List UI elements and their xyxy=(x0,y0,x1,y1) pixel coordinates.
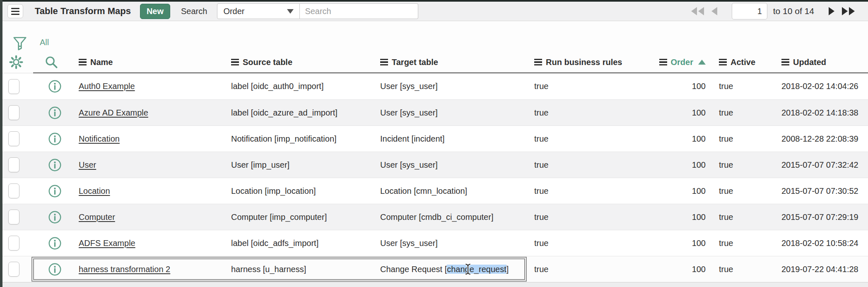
record-name-link[interactable]: Auth0 Example xyxy=(79,82,135,91)
search-field-select[interactable]: Order xyxy=(217,3,300,19)
order-cell[interactable]: 100 xyxy=(645,108,706,118)
source-table-cell[interactable]: Location [imp_location] xyxy=(224,186,374,196)
record-name-link[interactable]: Location xyxy=(79,186,110,195)
active-cell[interactable]: true xyxy=(706,160,768,170)
updated-cell[interactable]: 2018-02-02 14:04:26 xyxy=(768,82,868,91)
source-table-cell[interactable]: User [imp_user] xyxy=(224,160,374,170)
row-checkbox[interactable] xyxy=(8,236,19,251)
column-header-active[interactable]: Active xyxy=(706,58,768,67)
highlighted-text-selection[interactable]: change_request xyxy=(447,265,506,274)
column-header-run-business-rules[interactable]: Run business rules xyxy=(528,58,645,67)
order-cell[interactable]: 100 xyxy=(645,160,706,170)
updated-cell[interactable]: 2018-02-02 14:18:38 xyxy=(768,108,868,118)
active-cell[interactable]: true xyxy=(706,82,768,91)
info-circle-icon[interactable] xyxy=(48,158,62,172)
target-table-cell[interactable]: Change Request [change_request] xyxy=(374,265,528,274)
source-table-cell[interactable]: harness [u_harness] xyxy=(224,265,374,274)
first-page-button[interactable] xyxy=(688,6,708,16)
active-cell[interactable]: true xyxy=(706,108,768,118)
window-top-edge xyxy=(0,0,868,2)
table-row: ADFS Example label [oidc_adfs_import] Us… xyxy=(2,230,868,256)
row-checkbox[interactable] xyxy=(8,157,19,172)
source-table-cell[interactable]: Notification [imp_notification] xyxy=(224,134,374,144)
last-page-button[interactable] xyxy=(838,6,858,16)
filter-breadcrumb-all[interactable]: All xyxy=(40,38,49,47)
source-table-cell[interactable]: label [oidc_auth0_import] xyxy=(224,82,374,91)
run-business-rules-cell[interactable]: true xyxy=(528,212,645,222)
target-table-cell[interactable]: Computer [cmdb_ci_computer] xyxy=(374,212,528,222)
source-table-cell[interactable]: label [oidc_adfs_import] xyxy=(224,239,374,248)
search-input[interactable] xyxy=(300,3,418,19)
previous-page-button[interactable] xyxy=(708,6,721,16)
source-table-cell[interactable]: Computer [imp_computer] xyxy=(224,212,374,222)
info-circle-icon[interactable] xyxy=(48,210,62,224)
current-page-input[interactable] xyxy=(732,3,767,19)
run-business-rules-cell[interactable]: true xyxy=(528,239,645,248)
page-title: Table Transform Maps xyxy=(35,6,131,17)
updated-cell[interactable]: 2019-07-22 04:41:28 xyxy=(768,265,868,274)
target-table-cell[interactable]: User [sys_user] xyxy=(374,82,528,91)
source-table-cell[interactable]: label [oidc_azure_ad_import] xyxy=(224,108,374,118)
run-business-rules-cell[interactable]: true xyxy=(528,160,645,170)
column-header-source-table[interactable]: Source table xyxy=(224,58,374,67)
list-header-bar: Table Transform Maps New Search Order t xyxy=(2,2,868,21)
updated-cell[interactable]: 2015-07-07 07:30:52 xyxy=(768,186,868,196)
column-header-updated[interactable]: Updated xyxy=(768,58,868,67)
order-cell[interactable]: 100 xyxy=(645,265,706,274)
active-cell[interactable]: true xyxy=(706,134,768,144)
info-circle-icon[interactable] xyxy=(48,236,62,250)
active-cell[interactable]: true xyxy=(706,186,768,196)
run-business-rules-cell[interactable]: true xyxy=(528,186,645,196)
run-business-rules-cell[interactable]: true xyxy=(528,134,645,144)
row-checkbox[interactable] xyxy=(8,79,19,94)
funnel-icon[interactable] xyxy=(12,36,27,51)
list-context-menu-button[interactable] xyxy=(7,4,23,18)
target-table-cell[interactable]: User [sys_user] xyxy=(374,160,528,170)
order-cell[interactable]: 100 xyxy=(645,239,706,248)
row-checkbox[interactable] xyxy=(8,183,19,198)
row-checkbox[interactable] xyxy=(8,131,19,146)
row-checkbox[interactable] xyxy=(8,210,19,224)
record-name-link[interactable]: harness transformation 2 xyxy=(79,265,170,274)
info-circle-icon[interactable] xyxy=(48,184,62,198)
personalize-list-cell[interactable] xyxy=(2,55,31,69)
info-circle-icon[interactable] xyxy=(48,132,62,146)
updated-cell[interactable]: 2018-02-02 10:58:24 xyxy=(768,239,868,248)
row-checkbox[interactable] xyxy=(8,262,19,277)
order-cell[interactable]: 100 xyxy=(645,212,706,222)
new-button[interactable]: New xyxy=(140,4,170,19)
column-header-name[interactable]: Name xyxy=(72,58,224,67)
record-name-link[interactable]: Notification xyxy=(79,134,120,143)
target-table-cell[interactable]: Location [cmn_location] xyxy=(374,186,528,196)
next-page-button[interactable] xyxy=(825,6,838,16)
record-name-link[interactable]: User xyxy=(79,160,96,169)
record-name-link[interactable]: Computer xyxy=(79,212,115,222)
column-menu-icon xyxy=(231,59,239,66)
target-table-cell[interactable]: User [sys_user] xyxy=(374,108,528,118)
record-name-link[interactable]: ADFS Example xyxy=(79,239,135,248)
target-table-cell[interactable]: Incident [incident] xyxy=(374,134,528,144)
run-business-rules-cell[interactable]: true xyxy=(528,108,645,118)
active-cell[interactable]: true xyxy=(706,212,768,222)
target-table-cell[interactable]: User [sys_user] xyxy=(374,239,528,248)
order-cell[interactable]: 100 xyxy=(645,186,706,196)
order-cell[interactable]: 100 xyxy=(645,134,706,144)
column-header-target-table[interactable]: Target table xyxy=(374,58,528,67)
updated-cell[interactable]: 2015-07-07 07:32:42 xyxy=(768,160,868,170)
row-checkbox[interactable] xyxy=(8,105,19,120)
run-business-rules-cell[interactable]: true xyxy=(528,82,645,91)
list-bottom-strip xyxy=(2,282,868,287)
info-circle-icon[interactable] xyxy=(48,263,62,276)
run-business-rules-cell[interactable]: true xyxy=(528,265,645,274)
record-name-link[interactable]: Azure AD Example xyxy=(79,108,148,117)
info-circle-icon[interactable] xyxy=(48,80,62,93)
active-cell[interactable]: true xyxy=(706,265,768,274)
column-menu-icon xyxy=(659,59,667,66)
column-search-toggle-cell[interactable] xyxy=(31,55,72,69)
order-cell[interactable]: 100 xyxy=(645,82,706,91)
column-header-order-sorted[interactable]: Order xyxy=(645,58,706,67)
info-circle-icon[interactable] xyxy=(48,106,62,120)
active-cell[interactable]: true xyxy=(706,239,768,248)
updated-cell[interactable]: 2008-12-28 22:08:39 xyxy=(768,134,868,144)
updated-cell[interactable]: 2015-07-07 07:29:19 xyxy=(768,212,868,222)
